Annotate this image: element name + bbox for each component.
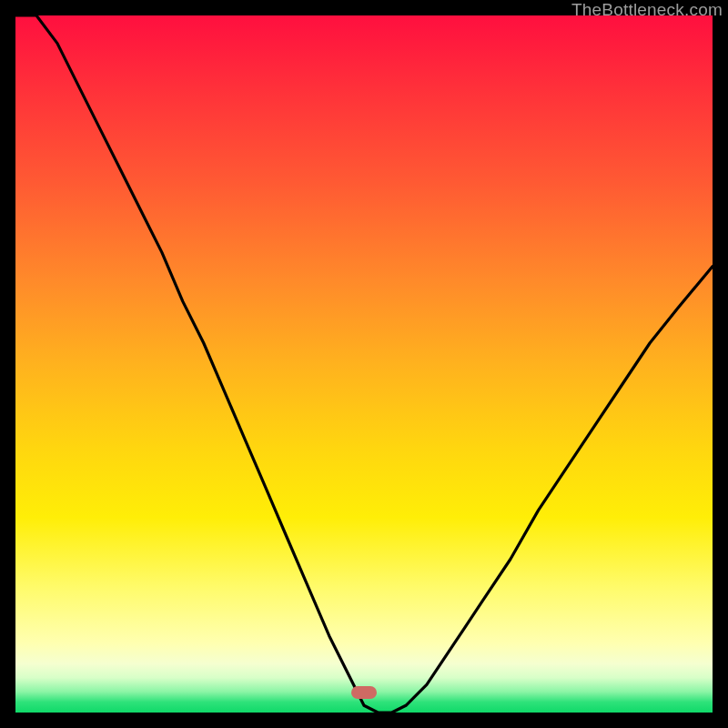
curve-svg [15,15,713,713]
bottleneck-curve [15,15,713,713]
chart-frame: TheBottleneck.com [0,0,728,728]
watermark-text: TheBottleneck.com [571,0,723,20]
minimum-marker [351,686,377,699]
plot-area [15,15,713,713]
